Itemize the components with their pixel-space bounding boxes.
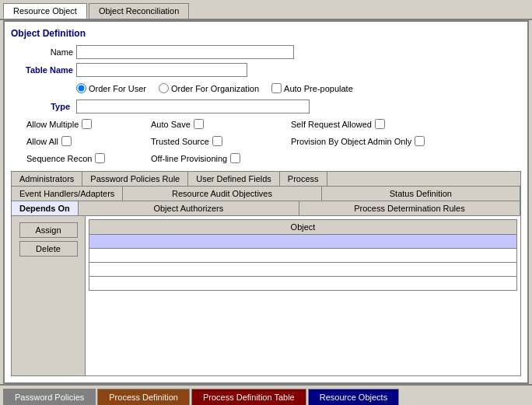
trusted-source-cell: Trusted Source — [151, 136, 291, 146]
self-request-checkbox[interactable] — [375, 119, 385, 129]
allow-all-cell: Allow All — [11, 136, 151, 146]
checkboxes-row2: Allow All Trusted Source Provision By Ob… — [11, 136, 521, 146]
object-table: Object — [89, 219, 517, 291]
name-label: Name — [11, 47, 73, 57]
inner-tabs-container: Administrators Password Policies Rule Us… — [11, 171, 521, 376]
inner-tabs-row2: Event Handlers/Adapters Resource Audit O… — [12, 187, 520, 201]
main-container: Resource Object Object Reconciliation Ob… — [0, 0, 532, 405]
tab-administrators[interactable]: Administrators — [12, 172, 82, 186]
auto-save-checkbox[interactable] — [194, 119, 204, 129]
radio-order-for-user[interactable]: Order For User — [76, 83, 146, 93]
name-input[interactable] — [76, 45, 294, 59]
tab-password-policies-rule[interactable]: Password Policies Rule — [82, 172, 188, 186]
table-name-row: Table Name — [11, 63, 521, 77]
bottom-tab-process-definition-table[interactable]: Process Definition Table — [191, 389, 306, 405]
tab-object-authorizers[interactable]: Object Authorizers — [79, 201, 299, 215]
name-row: Name — [11, 45, 521, 59]
self-request-cell: Self Request Allowed — [291, 119, 446, 129]
provision-admin-cell: Provision By Object Admin Only — [291, 136, 446, 146]
trusted-source-checkbox[interactable] — [212, 136, 222, 146]
object-cell — [89, 249, 517, 263]
top-tabs: Resource Object Object Reconciliation — [0, 0, 532, 20]
sequence-recon-label: Sequence Recon — [26, 154, 92, 163]
tab-resource-audit[interactable]: Resource Audit Objectives — [123, 187, 321, 201]
sequence-recon-checkbox[interactable] — [95, 153, 105, 163]
sequence-recon-cell: Sequence Recon — [11, 153, 151, 163]
allow-multiple-label: Allow Multiple — [26, 120, 79, 129]
object-cell — [89, 235, 517, 249]
provision-admin-checkbox[interactable] — [415, 136, 425, 146]
inner-tabs-row1: Administrators Password Policies Rule Us… — [12, 172, 520, 187]
table-row[interactable] — [89, 277, 517, 291]
table-row[interactable] — [89, 235, 517, 249]
radio-auto-pre-populate[interactable]: Auto Pre-populate — [271, 83, 353, 93]
tab-process-determination[interactable]: Process Determination Rules — [299, 201, 520, 215]
object-cell — [89, 263, 517, 277]
delete-button[interactable]: Delete — [19, 241, 78, 257]
checkbox-auto-pre-input[interactable] — [271, 83, 282, 93]
type-input[interactable] — [76, 100, 310, 113]
table-name-label: Table Name — [11, 65, 73, 75]
radio-order-org-input[interactable] — [159, 83, 169, 93]
checkboxes-row3: Sequence Recon Off-line Provisioning — [11, 153, 521, 163]
object-column-header: Object — [89, 220, 517, 235]
radio-order-for-org[interactable]: Order For Organization — [159, 83, 259, 93]
bottom-tab-password-policies[interactable]: Password Policies — [3, 389, 96, 405]
left-buttons-panel: Assign Delete — [12, 216, 86, 375]
offline-provisioning-checkbox[interactable] — [230, 153, 240, 163]
offline-provisioning-cell: Off-line Provisioning — [151, 153, 291, 163]
provision-admin-label: Provision By Object Admin Only — [291, 137, 411, 146]
trusted-source-label: Trusted Source — [151, 137, 209, 146]
radio-order-org-label: Order For Organization — [171, 84, 259, 93]
tab-depends-on[interactable]: Depends On — [12, 201, 79, 215]
content-area: Object Definition Name Table Name Order … — [3, 20, 529, 384]
assign-button[interactable]: Assign — [19, 222, 78, 238]
section-title: Object Definition — [11, 28, 521, 39]
tab-object-reconciliation[interactable]: Object Reconciliation — [89, 3, 189, 19]
allow-all-checkbox[interactable] — [61, 136, 72, 146]
allow-all-label: Allow All — [26, 137, 58, 146]
allow-multiple-cell: Allow Multiple — [11, 119, 151, 129]
auto-save-label: Auto Save — [151, 120, 191, 129]
checkboxes-row1: Allow Multiple Auto Save Self Request Al… — [11, 119, 521, 129]
type-row: Type — [11, 100, 521, 113]
object-cell — [89, 277, 517, 291]
radio-row: Order For User Order For Organization Au… — [11, 83, 521, 93]
table-name-input[interactable] — [76, 63, 247, 77]
radio-order-user-input[interactable] — [76, 83, 86, 93]
table-row[interactable] — [89, 263, 517, 277]
tab-event-handlers[interactable]: Event Handlers/Adapters — [12, 187, 123, 201]
tab-process[interactable]: Process — [280, 172, 327, 186]
tab-panel-depends-on: Assign Delete Object — [12, 216, 520, 375]
checkbox-auto-pre-label: Auto Pre-populate — [284, 84, 353, 93]
allow-multiple-checkbox[interactable] — [82, 119, 92, 129]
offline-provisioning-label: Off-line Provisioning — [151, 154, 227, 163]
auto-save-cell: Auto Save — [151, 119, 291, 129]
bottom-tab-resource-objects[interactable]: Resource Objects — [308, 389, 399, 405]
right-table-panel: Object — [86, 216, 520, 375]
inner-tabs-row3: Depends On Object Authorizers Process De… — [12, 201, 520, 216]
bottom-tabs: Password Policies Process Definition Pro… — [0, 384, 532, 405]
tab-user-defined-fields[interactable]: User Defined Fields — [188, 172, 280, 186]
tab-resource-object[interactable]: Resource Object — [3, 3, 87, 19]
self-request-label: Self Request Allowed — [291, 120, 372, 129]
object-definition-form: Name Table Name Order For User Order For… — [11, 45, 521, 165]
bottom-tab-process-definition[interactable]: Process Definition — [97, 389, 190, 405]
table-row[interactable] — [89, 249, 517, 263]
tab-status-definition[interactable]: Status Definition — [322, 187, 520, 201]
type-label: Type — [11, 102, 73, 111]
radio-order-user-label: Order For User — [89, 84, 146, 93]
